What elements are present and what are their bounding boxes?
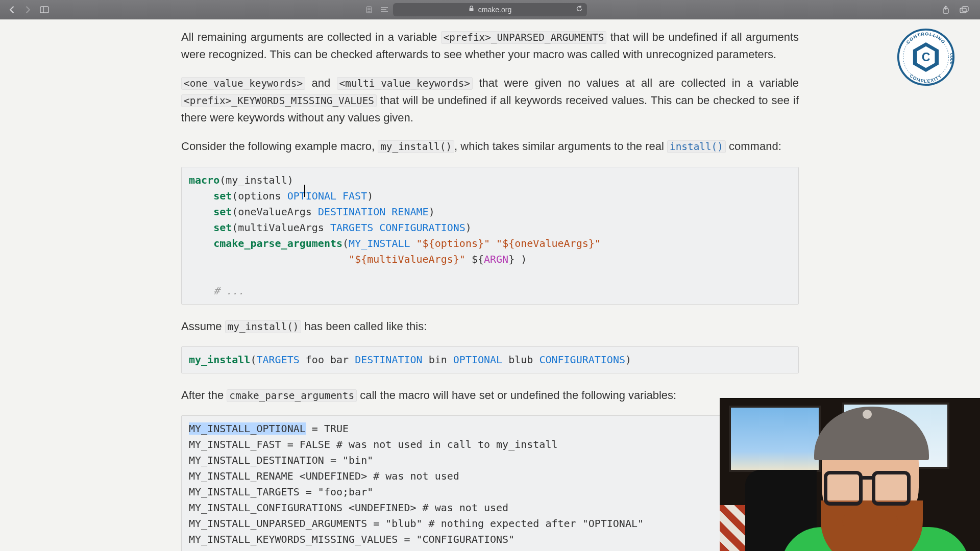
browser-toolbar: cmake.org xyxy=(0,0,980,19)
link-install[interactable]: install() xyxy=(667,140,726,153)
forward-button[interactable] xyxy=(21,3,35,16)
sidebar-button[interactable] xyxy=(38,3,51,16)
reader-button[interactable] xyxy=(362,3,376,16)
code-cpa: cmake_parse_arguments xyxy=(227,389,357,402)
svg-rect-13 xyxy=(962,7,968,11)
code-block-call: my_install(TARGETS foo bar DESTINATION b… xyxy=(181,346,799,373)
svg-text:C: C xyxy=(922,51,930,64)
webcam-overlay xyxy=(720,398,980,551)
paragraph-assume: Assume my_install() has been called like… xyxy=(181,318,799,335)
code-block-result: MY_INSTALL_OPTIONAL = TRUE MY_INSTALL_FA… xyxy=(181,415,799,551)
url-text: cmake.org xyxy=(478,6,511,14)
lock-icon xyxy=(469,6,474,13)
address-bar[interactable]: cmake.org xyxy=(393,3,587,16)
paragraph-unparsed: All remaining arguments are collected in… xyxy=(181,29,799,63)
code-block-macro: macro(my_install) set(options OPTIONAL F… xyxy=(181,167,799,305)
code-myinstall2: my_install() xyxy=(225,320,302,333)
svg-rect-12 xyxy=(960,8,966,13)
back-button[interactable] xyxy=(5,3,18,16)
svg-rect-9 xyxy=(469,8,473,11)
code-unparsed-args: <prefix>_UNPARSED_ARGUMENTS xyxy=(441,31,607,44)
code-missing-values: <prefix>_KEYWORDS_MISSING_VALUES xyxy=(181,94,377,107)
presenter xyxy=(761,409,975,551)
selected-text: MY_INSTALL_OPTIONAL xyxy=(189,422,306,435)
paragraph-example-intro: Consider the following example macro, my… xyxy=(181,138,799,155)
reload-button[interactable] xyxy=(576,5,583,14)
tabs-button[interactable] xyxy=(958,3,971,16)
paragraph-after: After the cmake_parse_arguments call the… xyxy=(181,387,799,404)
share-button[interactable] xyxy=(939,3,952,16)
svg-text:CODE: CODE xyxy=(949,53,954,64)
paragraph-missing: <one_value_keywords> and <multi_value_ke… xyxy=(181,74,799,127)
doc-content: All remaining arguments are collected in… xyxy=(181,19,799,551)
text-caret xyxy=(304,185,305,197)
format-button[interactable] xyxy=(378,3,391,16)
code-multi-value: <multi_value_keywords> xyxy=(337,77,473,90)
code-one-value: <one_value_keywords> xyxy=(181,77,305,90)
channel-badge: C CONTROLLING COMPLEXITY CODE xyxy=(896,28,955,87)
page: C CONTROLLING COMPLEXITY CODE All remain… xyxy=(0,19,980,551)
svg-rect-0 xyxy=(40,7,48,13)
code-myinstall: my_install() xyxy=(378,140,454,153)
